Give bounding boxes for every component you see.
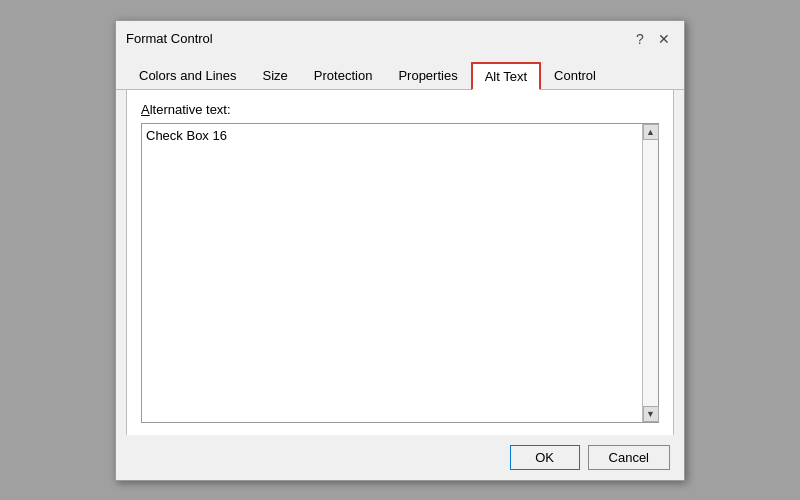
- tab-alt-text[interactable]: Alt Text: [471, 62, 541, 90]
- tab-size[interactable]: Size: [250, 62, 301, 90]
- tabs-container: Colors and Lines Size Protection Propert…: [116, 55, 684, 90]
- format-control-dialog: Format Control ? ✕ Colors and Lines Size…: [115, 20, 685, 481]
- scroll-track: [643, 140, 658, 406]
- tab-colors-lines[interactable]: Colors and Lines: [126, 62, 250, 90]
- close-button[interactable]: ✕: [654, 29, 674, 49]
- content-area: Alternative text: Check Box 16 ▲ ▼: [126, 90, 674, 435]
- alt-text-label: Alternative text:: [141, 102, 659, 117]
- scroll-up-button[interactable]: ▲: [643, 124, 659, 140]
- help-button[interactable]: ?: [630, 29, 650, 49]
- text-area-wrapper: Check Box 16 ▲ ▼: [141, 123, 659, 423]
- dialog-title: Format Control: [126, 31, 213, 46]
- scroll-down-button[interactable]: ▼: [643, 406, 659, 422]
- tab-control[interactable]: Control: [541, 62, 609, 90]
- alt-text-input[interactable]: Check Box 16: [142, 124, 642, 422]
- cancel-button[interactable]: Cancel: [588, 445, 670, 470]
- title-bar: Format Control ? ✕: [116, 21, 684, 55]
- footer: OK Cancel: [116, 435, 684, 480]
- ok-button[interactable]: OK: [510, 445, 580, 470]
- title-bar-controls: ? ✕: [630, 29, 674, 49]
- tab-protection[interactable]: Protection: [301, 62, 386, 90]
- tab-properties[interactable]: Properties: [385, 62, 470, 90]
- scrollbar: ▲ ▼: [642, 124, 658, 422]
- alt-text-label-underline: A: [141, 102, 150, 117]
